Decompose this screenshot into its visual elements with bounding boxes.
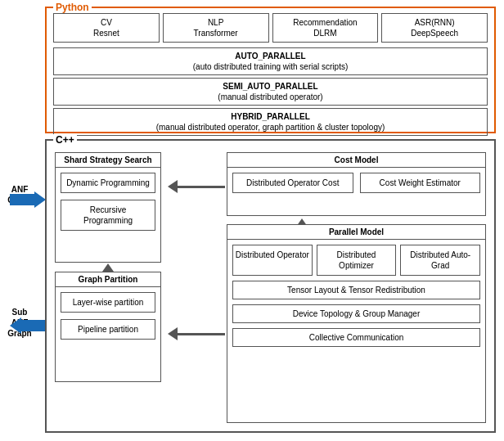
framework-cv: CV Resnet bbox=[53, 13, 160, 43]
tensor-layout-bar: Tensor Layout & Tensor Redistribution bbox=[232, 281, 480, 299]
graph-partition-title: Graph Partition bbox=[56, 272, 160, 287]
distributed-items-row: Distributed Operator Distributed Optimiz… bbox=[232, 245, 480, 276]
sub-anf-arrow bbox=[10, 317, 46, 334]
recursive-programming-box: Recursive Programming bbox=[61, 200, 155, 231]
semi-auto-parallel-bar: SEMI_AUTO_PARALLEL (manual distributed o… bbox=[53, 78, 488, 106]
parallel-section: AUTO_PARALLEL (auto distributed training… bbox=[47, 46, 494, 140]
collective-communication-bar: Collective Communication bbox=[232, 328, 480, 347]
graph-inner: Layer-wise partition Pipeline partition bbox=[56, 287, 160, 344]
framework-recommendation: Recommendation DLRM bbox=[272, 13, 379, 43]
auto-parallel-bar: AUTO_PARALLEL (auto distributed training… bbox=[53, 47, 488, 75]
hybrid-parallel-bar: HYBRID_PARALLEL (manual distributed oper… bbox=[53, 108, 488, 136]
cost-weight-estimator-box: Cost Weight Estimator bbox=[360, 173, 481, 193]
anf-arrow bbox=[10, 191, 46, 208]
cpp-label: C++ bbox=[53, 134, 77, 146]
parallel-model-box: Parallel Model Distributed Operator Dist… bbox=[227, 224, 486, 423]
distributed-optimizer-box: Distributed Optimizer bbox=[317, 245, 397, 276]
shard-title: Shard Strategy Search bbox=[56, 153, 160, 168]
dist-operator-cost-box: Distributed Operator Cost bbox=[232, 173, 353, 193]
dynamic-programming-box: Dynamic Programming bbox=[61, 173, 155, 193]
layer-wise-partition-box: Layer-wise partition bbox=[61, 292, 155, 313]
device-topology-bar: Device Topology & Group Manager bbox=[232, 304, 480, 323]
main-container: ANF Graph Sub ANF Graph Python CV Resnet… bbox=[0, 0, 504, 441]
distributed-auto-grad-box: Distributed Auto-Grad bbox=[400, 245, 480, 276]
framework-nlp: NLP Transformer bbox=[163, 13, 269, 43]
parallel-to-graph-arrow bbox=[168, 327, 225, 340]
cost-inner: Distributed Operator Cost Cost Weight Es… bbox=[227, 168, 485, 198]
graph-partition-box: Graph Partition Layer-wise partition Pip… bbox=[55, 272, 161, 382]
framework-asr: ASR(RNN) DeepSpeech bbox=[381, 13, 488, 43]
python-label: Python bbox=[53, 2, 92, 13]
distributed-operator-box: Distributed Operator bbox=[232, 245, 313, 276]
cost-model-box: Cost Model Distributed Operator Cost Cos… bbox=[227, 152, 486, 216]
shard-strategy-box: Shard Strategy Search Dynamic Programmin… bbox=[55, 152, 161, 263]
cost-model-title: Cost Model bbox=[227, 153, 485, 168]
pipeline-partition-box: Pipeline partition bbox=[61, 319, 155, 340]
cpp-box: C++ Shard Strategy Search Dynamic Progra… bbox=[45, 139, 496, 433]
parallel-model-inner: Distributed Operator Distributed Optimiz… bbox=[227, 240, 485, 352]
framework-row: CV Resnet NLP Transformer Recommendation… bbox=[47, 8, 494, 46]
python-box: Python CV Resnet NLP Transformer Recomme… bbox=[45, 7, 496, 133]
shard-inner: Dynamic Programming Recursive Programmin… bbox=[56, 168, 160, 236]
parallel-model-title: Parallel Model bbox=[227, 225, 485, 240]
cost-to-shard-arrow bbox=[168, 180, 225, 193]
